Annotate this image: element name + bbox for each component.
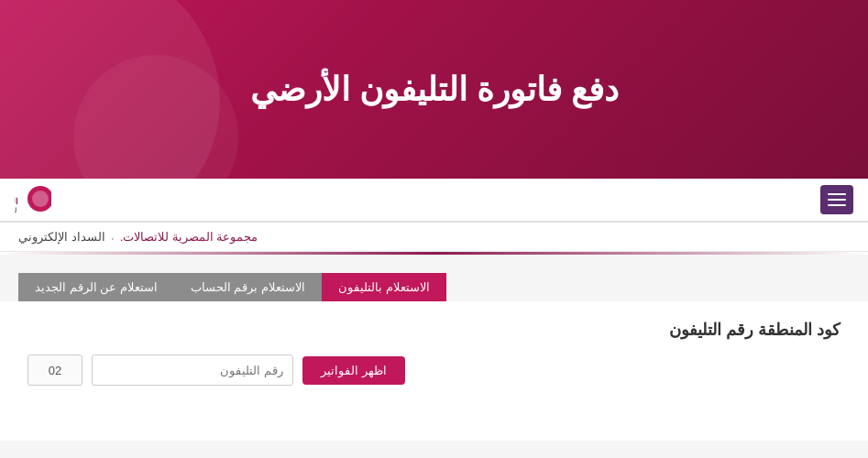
- form-row: اظهر الفواتير: [27, 354, 841, 386]
- phone-input[interactable]: [92, 354, 293, 386]
- form-section: كود المنطقة رقم التليفون اظهر الفواتير: [0, 301, 868, 413]
- tab-account-inquiry[interactable]: الاستعلام برقم الحساب: [174, 273, 322, 301]
- svg-text:للاتصالات: للاتصالات: [15, 207, 16, 213]
- logo-icon: المصرية للاتصالات: [15, 182, 51, 215]
- content-section: الاستعلام بالتليفون الاستعلام برقم الحسا…: [0, 255, 868, 441]
- nav-logo-text: المصرية للاتصالات: [15, 182, 51, 218]
- tab-new-number-inquiry[interactable]: استعلام عن الرقم الجديد: [18, 273, 174, 301]
- hamburger-line-2: [828, 199, 846, 201]
- tabs-container: الاستعلام بالتليفون الاستعلام برقم الحسا…: [18, 273, 446, 301]
- show-bills-button[interactable]: اظهر الفواتير: [302, 356, 405, 385]
- form-title: كود المنطقة رقم التليفون: [27, 320, 841, 340]
- tab-bar: الاستعلام بالتليفون الاستعلام برقم الحسا…: [0, 255, 868, 301]
- nav-logo: المصرية للاتصالات: [15, 182, 51, 218]
- tab-telephone-inquiry[interactable]: الاستعلام بالتليفون: [322, 273, 446, 301]
- area-code-group: [27, 354, 82, 386]
- breadcrumb-home[interactable]: مجموعة المصرية للاتصالات.: [120, 230, 258, 244]
- breadcrumb-separator: ،: [111, 231, 115, 243]
- svg-text:المصرية: المصرية: [15, 197, 18, 207]
- navbar: المصرية للاتصالات: [0, 179, 868, 223]
- hero-title: دفع فاتورة التليفون الأرضي: [250, 71, 619, 109]
- hero-banner: دفع فاتورة التليفون الأرضي: [0, 0, 868, 179]
- hamburger-line-3: [828, 204, 846, 206]
- breadcrumb: مجموعة المصرية للاتصالات. ، السداد الإلك…: [0, 223, 868, 252]
- phone-input-group: [92, 354, 293, 386]
- hamburger-line-1: [828, 193, 846, 195]
- breadcrumb-current: السداد الإلكتروني: [18, 230, 105, 244]
- area-code-input[interactable]: [27, 354, 82, 386]
- hamburger-button[interactable]: [820, 185, 853, 214]
- svg-point-1: [32, 191, 49, 207]
